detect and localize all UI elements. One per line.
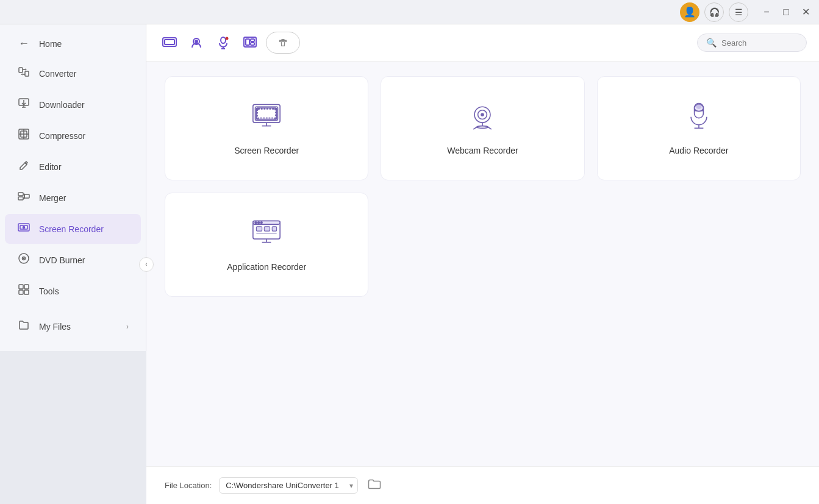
toolbar: 🔍 bbox=[146, 24, 819, 62]
file-location-label: File Location: bbox=[165, 481, 212, 490]
svg-point-15 bbox=[23, 258, 24, 259]
svg-point-12 bbox=[23, 227, 25, 229]
my-files-label: My Files bbox=[39, 322, 71, 332]
svg-point-27 bbox=[226, 37, 229, 40]
svg-rect-63 bbox=[272, 227, 276, 231]
headphone-button[interactable]: 🎧 bbox=[704, 2, 724, 22]
my-files-icon bbox=[17, 319, 30, 334]
user-icon: 👤 bbox=[684, 6, 696, 18]
sidebar-item-converter[interactable]: Converter bbox=[5, 59, 141, 88]
file-location-select[interactable]: C:\Wondershare UniConverter 1 bbox=[219, 477, 358, 494]
sidebar-editor-label: Editor bbox=[39, 162, 62, 172]
svg-point-24 bbox=[221, 37, 226, 43]
main-content: 🔍 bbox=[146, 24, 819, 504]
search-icon: 🔍 bbox=[706, 38, 717, 48]
sidebar-item-dvd-burner[interactable]: DVD Burner bbox=[5, 245, 141, 275]
sidebar-tools-label: Tools bbox=[39, 286, 59, 296]
app-record-toolbar-button[interactable] bbox=[239, 32, 261, 54]
svg-rect-40 bbox=[274, 118, 276, 120]
home-icon: ← bbox=[17, 37, 30, 50]
downloader-icon bbox=[17, 97, 30, 112]
application-recorder-card-icon bbox=[252, 218, 281, 252]
svg-rect-7 bbox=[18, 193, 23, 196]
svg-rect-30 bbox=[251, 39, 254, 41]
trash-button[interactable] bbox=[266, 32, 300, 54]
menu-button[interactable]: ☰ bbox=[729, 2, 748, 22]
compressor-icon bbox=[17, 128, 30, 143]
file-location-bar: File Location: C:\Wondershare UniConvert… bbox=[146, 466, 819, 504]
svg-rect-18 bbox=[19, 290, 23, 294]
svg-point-23 bbox=[195, 40, 198, 43]
sidebar-screen-recorder-label: Screen Recorder bbox=[39, 224, 104, 234]
cards-row-2: Application Recorder bbox=[165, 193, 801, 297]
tools-icon bbox=[17, 283, 30, 299]
dvd-burner-icon bbox=[17, 252, 30, 268]
user-avatar: 👤 bbox=[680, 2, 699, 22]
webcam-toolbar-button[interactable] bbox=[185, 32, 207, 54]
svg-rect-35 bbox=[257, 108, 277, 119]
svg-line-49 bbox=[488, 127, 492, 129]
svg-rect-61 bbox=[257, 227, 262, 231]
my-files-chevron: › bbox=[126, 322, 129, 331]
svg-rect-39 bbox=[257, 118, 259, 120]
sidebar-bottom: My Files › bbox=[0, 307, 146, 346]
svg-rect-38 bbox=[274, 108, 276, 110]
main-layout: ← Home Converter bbox=[0, 24, 819, 504]
sidebar-item-merger[interactable]: Merger bbox=[5, 183, 141, 213]
sidebar-item-editor[interactable]: Editor bbox=[5, 152, 141, 182]
screen-recorder-icon bbox=[17, 221, 30, 236]
sidebar-item-my-files[interactable]: My Files › bbox=[5, 311, 141, 341]
svg-rect-16 bbox=[19, 285, 23, 289]
application-recorder-card-label: Application Recorder bbox=[227, 262, 306, 272]
sidebar-item-home[interactable]: ← Home bbox=[5, 30, 141, 57]
converter-icon bbox=[17, 66, 30, 81]
editor-icon bbox=[17, 159, 30, 174]
cards-area: Screen Recorder bbox=[146, 62, 819, 466]
webcam-recorder-card-label: Webcam Recorder bbox=[447, 146, 518, 155]
svg-point-47 bbox=[477, 126, 488, 129]
audio-toolbar-button[interactable] bbox=[212, 32, 234, 54]
sidebar-nav: ← Home Converter bbox=[0, 24, 146, 351]
screen-recorder-card-icon bbox=[252, 101, 281, 136]
search-input[interactable] bbox=[721, 38, 801, 48]
audio-recorder-card[interactable]: Audio Recorder bbox=[597, 76, 801, 180]
maximize-button[interactable]: □ bbox=[778, 4, 795, 21]
svg-rect-37 bbox=[257, 108, 259, 110]
sidebar-downloader-label: Downloader bbox=[39, 100, 85, 110]
sidebar: ← Home Converter bbox=[0, 24, 146, 504]
audio-recorder-card-icon bbox=[684, 101, 713, 136]
application-recorder-card[interactable]: Application Recorder bbox=[165, 193, 368, 297]
svg-point-55 bbox=[696, 105, 701, 109]
svg-rect-1 bbox=[25, 71, 29, 76]
file-location-select-wrapper: C:\Wondershare UniConverter 1 bbox=[219, 477, 358, 494]
webcam-recorder-card-icon bbox=[468, 101, 497, 136]
sidebar-item-tools[interactable]: Tools bbox=[5, 276, 141, 306]
webcam-recorder-card[interactable]: Webcam Recorder bbox=[381, 76, 584, 180]
svg-rect-9 bbox=[24, 194, 29, 198]
sidebar-merger-label: Merger bbox=[39, 193, 66, 203]
sidebar-item-screen-recorder[interactable]: Screen Recorder bbox=[5, 214, 141, 244]
svg-rect-8 bbox=[18, 197, 23, 200]
svg-rect-19 bbox=[24, 290, 29, 294]
svg-rect-21 bbox=[165, 40, 174, 44]
screen-record-toolbar-button[interactable] bbox=[159, 32, 181, 54]
screen-recorder-card[interactable]: Screen Recorder bbox=[165, 76, 368, 180]
svg-rect-0 bbox=[19, 68, 23, 73]
svg-line-48 bbox=[474, 127, 477, 129]
sidebar-home-label: Home bbox=[39, 39, 62, 49]
sidebar-collapse-button[interactable]: ‹ bbox=[139, 257, 154, 272]
screen-recorder-card-label: Screen Recorder bbox=[234, 146, 299, 155]
folder-browse-button[interactable] bbox=[365, 475, 384, 495]
svg-point-59 bbox=[258, 222, 260, 224]
svg-rect-62 bbox=[264, 227, 270, 231]
sidebar-item-compressor[interactable]: Compressor bbox=[5, 121, 141, 151]
svg-point-60 bbox=[260, 222, 262, 224]
svg-rect-36 bbox=[257, 109, 276, 118]
sidebar-item-downloader[interactable]: Downloader bbox=[5, 90, 141, 119]
audio-recorder-card-label: Audio Recorder bbox=[669, 146, 728, 155]
svg-point-45 bbox=[481, 113, 485, 116]
sidebar-dvd-burner-label: DVD Burner bbox=[39, 255, 85, 265]
search-box[interactable]: 🔍 bbox=[697, 34, 807, 52]
close-button[interactable]: ✕ bbox=[797, 4, 814, 21]
minimize-button[interactable]: − bbox=[758, 4, 775, 21]
